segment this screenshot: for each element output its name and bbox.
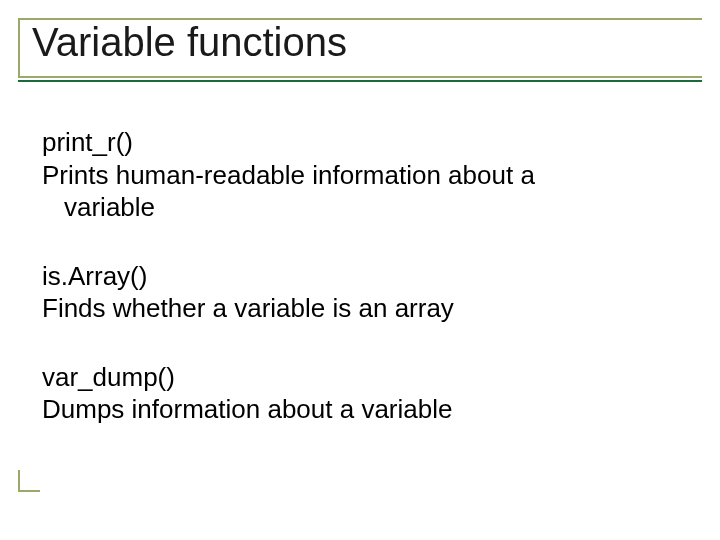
function-desc-line: Dumps information about a variable — [42, 393, 678, 426]
function-desc-line: variable — [42, 191, 678, 224]
function-desc-line: Prints human-readable information about … — [42, 159, 678, 192]
function-desc-line: Finds whether a variable is an array — [42, 292, 678, 325]
function-name: print_r() — [42, 126, 678, 159]
slide: Variable functions print_r() Prints huma… — [0, 0, 720, 540]
function-name: var_dump() — [42, 361, 678, 394]
function-block: print_r() Prints human-readable informat… — [42, 126, 678, 224]
function-name: is.Array() — [42, 260, 678, 293]
title-underline — [18, 80, 702, 82]
function-block: var_dump() Dumps information about a var… — [42, 361, 678, 426]
slide-title: Variable functions — [32, 20, 347, 65]
function-block: is.Array() Finds whether a variable is a… — [42, 260, 678, 325]
content-area: print_r() Prints human-readable informat… — [42, 126, 678, 426]
corner-accent — [18, 470, 40, 492]
